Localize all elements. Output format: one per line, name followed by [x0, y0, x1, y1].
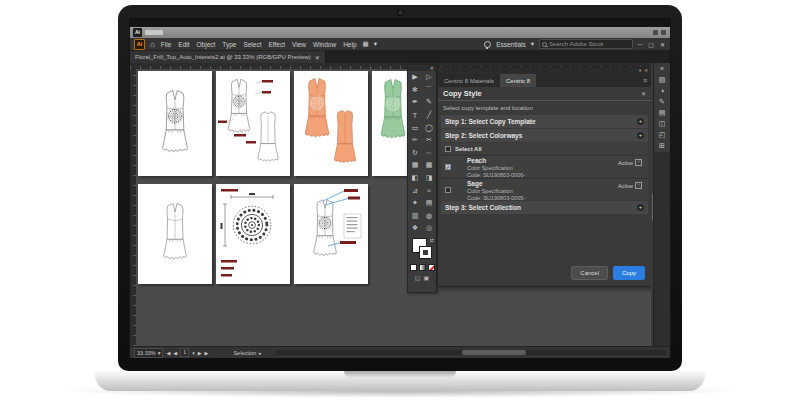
direct-selection-tool-icon[interactable]: ▷ [422, 71, 436, 84]
status-caret-icon[interactable]: ▸ [259, 350, 262, 356]
menu-file[interactable]: File [160, 41, 172, 48]
perspective-grid-tool-icon[interactable]: ▩ [422, 159, 436, 172]
libraries-panel-icon[interactable]: ⊞ [659, 142, 665, 149]
graph-tool-icon[interactable]: ▤ [422, 197, 436, 210]
step1-header[interactable]: Step 1: Select Copy Template + [441, 115, 648, 128]
artboard-1[interactable] [138, 71, 212, 176]
step3-expand-icon[interactable]: + [637, 204, 644, 211]
screen-mode-icon[interactable]: ▣ [424, 274, 430, 281]
layers-panel-icon[interactable]: ▤ [659, 109, 666, 116]
open-in-plm-icon[interactable]: ↗ [635, 159, 642, 166]
workspace-chevron-icon[interactable]: ▾ [531, 40, 534, 48]
blend-tool-icon[interactable]: ≈ [422, 184, 436, 197]
first-artboard-icon[interactable]: ◀ [166, 350, 170, 356]
symbols-panel-icon[interactable]: ◰ [659, 131, 666, 138]
slice-tool-icon[interactable]: ◍ [422, 210, 436, 223]
open-in-plm-icon[interactable]: ↗ [635, 182, 642, 189]
draw-normal-icon[interactable]: ◱ [415, 274, 421, 281]
os-titlebar-tab[interactable] [145, 30, 163, 35]
workspace-switcher[interactable]: Essentials [496, 41, 526, 48]
swatches-panel-icon[interactable]: ▧ [659, 76, 666, 83]
prev-artboard-icon[interactable]: ◀ [173, 350, 177, 356]
copy-button[interactable]: Copy [613, 266, 645, 280]
artboard-chevron-icon[interactable]: ▾ [192, 350, 195, 356]
select-all-checkbox[interactable] [445, 146, 451, 152]
line-segment-tool-icon[interactable]: ╱ [422, 109, 436, 122]
document-tab-close-icon[interactable]: ✕ [315, 54, 320, 61]
zoom-tool-icon[interactable]: ◎ [422, 222, 436, 235]
menu-help[interactable]: Help [342, 41, 357, 48]
scale-tool-icon[interactable]: ⇔ [422, 147, 436, 160]
pen-tool-icon[interactable]: ✒ [408, 96, 422, 109]
stock-search-input[interactable]: Search Adobe Stock [539, 39, 633, 49]
step1-expand-icon[interactable]: + [637, 118, 644, 125]
lasso-tool-icon[interactable]: ⌒ [422, 84, 436, 97]
swap-fill-stroke-icon[interactable]: ⇄ [430, 237, 434, 243]
menu-view[interactable]: View [291, 41, 307, 48]
hand-tool-icon[interactable]: ❖ [408, 222, 422, 235]
tools-panel-close-icon[interactable]: ✕ [430, 66, 434, 71]
color-button[interactable] [410, 264, 417, 271]
curvature-tool-icon[interactable]: ✎ [422, 96, 436, 109]
artboard-3[interactable] [294, 71, 368, 176]
arrange-documents-icon[interactable]: ▦ [363, 40, 369, 48]
menu-object[interactable]: Object [196, 41, 217, 48]
artboard-6[interactable] [216, 184, 290, 284]
artboard-number-field[interactable]: 1 [180, 348, 189, 357]
menu-effect[interactable]: Effect [268, 41, 287, 48]
home-icon[interactable]: ⌂ [150, 40, 155, 49]
step3-header[interactable]: Step 3: Select Collection + [441, 201, 648, 214]
scissors-tool-icon[interactable]: ✂ [422, 134, 436, 147]
dialog-close-icon[interactable]: ✕ [641, 90, 646, 97]
collapse-panels-icon[interactable]: « [660, 65, 664, 72]
next-artboard-icon[interactable]: ▶ [198, 350, 202, 356]
magic-wand-tool-icon[interactable]: ✻ [408, 84, 422, 97]
rotate-tool-icon[interactable]: ↻ [408, 147, 422, 160]
brushes-panel-icon[interactable]: ✎ [659, 98, 665, 105]
selection-tool-icon[interactable]: ▶ [408, 71, 422, 84]
step2-expand-icon[interactable]: + [637, 132, 644, 139]
os-titlebar-button[interactable] [661, 30, 666, 35]
arrange-chevron-icon[interactable]: ▾ [374, 40, 377, 48]
colorway-row-peach[interactable]: ✓ Peach Color Specification Code: SU1908… [441, 155, 648, 177]
symbol-sprayer-tool-icon[interactable]: ✦ [408, 197, 422, 210]
app-icon[interactable]: Ai [133, 28, 142, 37]
menu-window[interactable]: Window [312, 41, 337, 48]
type-tool-icon[interactable]: T [408, 109, 422, 122]
document-tab[interactable]: Floral_Frill_Top_Auto_Interets2.ai @ 33.… [130, 51, 326, 63]
os-titlebar-button[interactable] [653, 30, 658, 35]
rectangle-tool-icon[interactable]: ▭ [408, 121, 422, 134]
ellipse-tool-icon[interactable]: ◯ [422, 121, 436, 134]
artboard-5[interactable] [138, 184, 212, 284]
select-all-row[interactable]: Select All [441, 143, 648, 154]
eyedropper-tool-icon[interactable]: ⊿ [408, 184, 422, 197]
horizontal-scrollbar-thumb[interactable] [462, 350, 526, 355]
lightbulb-icon[interactable] [484, 41, 491, 48]
tab-centric8-materials[interactable]: Centric 8 Materials [438, 74, 500, 87]
panel-close-icon[interactable]: ✕ [644, 69, 648, 73]
artboard-2[interactable] [216, 71, 290, 176]
menu-select[interactable]: Select [242, 41, 262, 48]
colorway-row-sage[interactable]: Sage Color Specification Code: SU190803-… [441, 178, 648, 200]
sage-checkbox[interactable] [445, 187, 451, 193]
shape-builder-tool-icon[interactable]: ▦ [408, 159, 422, 172]
artboards-panel-icon[interactable]: ◫ [659, 120, 666, 127]
peach-checkbox[interactable]: ✓ [445, 164, 451, 170]
stroke-swatch[interactable] [420, 247, 431, 258]
last-artboard-icon[interactable]: ▶ [205, 350, 209, 356]
horizontal-scrollbar[interactable] [275, 350, 666, 355]
zoom-level-dropdown[interactable]: 33.33% ▾ [134, 348, 163, 358]
cancel-button[interactable]: Cancel [571, 266, 608, 280]
artboard-tool-icon[interactable]: ▥ [408, 210, 422, 223]
restore-button[interactable]: ▢ [648, 41, 655, 48]
panel-menu-icon[interactable]: ≡ [643, 77, 651, 84]
menu-edit[interactable]: Edit [177, 41, 190, 48]
artboard-7[interactable] [294, 184, 368, 284]
pencil-tool-icon[interactable]: ✏ [408, 134, 422, 147]
menu-type[interactable]: Type [221, 41, 237, 48]
none-button[interactable] [428, 264, 435, 271]
close-button[interactable]: ✕ [660, 41, 666, 48]
tab-centric8[interactable]: Centric 8 [500, 74, 536, 87]
mesh-tool-icon[interactable]: ◧ [408, 172, 422, 185]
step2-header[interactable]: Step 2: Select Colorways + [441, 129, 648, 142]
